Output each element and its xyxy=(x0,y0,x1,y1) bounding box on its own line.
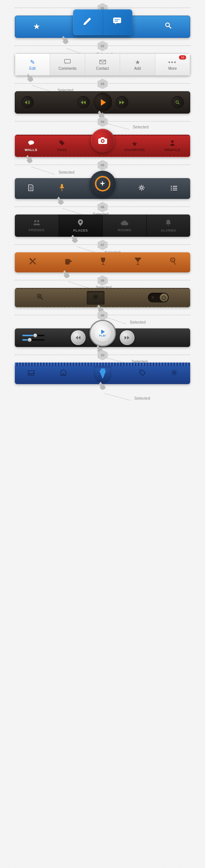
comments-tab[interactable]: Comments xyxy=(50,54,85,75)
svg-point-29 xyxy=(30,259,32,260)
document-icon[interactable] xyxy=(28,184,34,193)
tab-label: PLACES xyxy=(73,229,88,232)
red-leather-bar: WALLS TAGS ★ FAVORITES PROFILE xyxy=(15,135,190,157)
forward-button[interactable] xyxy=(120,330,135,345)
add-button[interactable]: + xyxy=(90,171,116,197)
lollipop-icon[interactable] xyxy=(169,258,176,267)
people-icon xyxy=(33,220,41,227)
svg-point-41 xyxy=(141,371,142,371)
rewind-button[interactable] xyxy=(77,96,90,109)
svg-line-1 xyxy=(169,26,171,28)
leather-bar: ★ xyxy=(15,288,190,307)
gear-icon[interactable] xyxy=(87,291,105,305)
pin-icon xyxy=(78,219,83,228)
section-badge: 09 xyxy=(97,310,108,321)
wood-bar xyxy=(15,252,190,272)
section-badge: 06 xyxy=(97,202,108,212)
badge-count: 10 xyxy=(179,55,186,59)
star-icon: ★ xyxy=(135,59,140,66)
star-icon: ★ xyxy=(151,295,155,300)
svg-rect-23 xyxy=(173,188,177,189)
dark-player-bar xyxy=(15,91,190,114)
favorites-tab[interactable]: ★ FAVORITES xyxy=(125,140,145,152)
selected-label: Selected xyxy=(134,396,150,400)
selected-popup xyxy=(73,9,132,35)
svg-point-19 xyxy=(140,187,143,189)
alarms-tab[interactable]: ALARMS xyxy=(147,214,191,237)
gear-icon[interactable] xyxy=(138,184,145,193)
list-icon[interactable] xyxy=(171,185,177,193)
svg-point-24 xyxy=(171,189,172,190)
slate-tab-bar: + xyxy=(15,178,190,199)
envelope-icon xyxy=(99,59,106,66)
toggle-switch[interactable]: ★ xyxy=(148,293,169,302)
svg-rect-21 xyxy=(173,186,177,187)
cocktail-icon[interactable] xyxy=(135,258,141,267)
walls-tab[interactable]: WALLS xyxy=(25,140,37,152)
gear-icon[interactable] xyxy=(171,369,178,378)
play-button[interactable] xyxy=(93,92,113,112)
tab-label: ALARMS xyxy=(161,229,176,232)
play-button[interactable]: PLAY xyxy=(89,320,116,347)
person-icon xyxy=(170,140,175,147)
pin-icon[interactable] xyxy=(59,184,65,193)
svg-point-15 xyxy=(102,140,103,142)
slider-1[interactable] xyxy=(22,335,44,336)
section-badge: 03 xyxy=(97,79,108,89)
section-badge: 05 xyxy=(97,160,108,170)
more-tab[interactable]: 10 ••• More xyxy=(155,54,190,75)
friends-tab[interactable]: FRIENDS xyxy=(15,214,59,237)
svg-point-27 xyxy=(37,220,39,222)
svg-rect-5 xyxy=(65,59,70,63)
camera-button[interactable] xyxy=(91,129,115,153)
tab-label: PROFILE xyxy=(165,148,181,152)
tab-label: Comments xyxy=(59,66,76,71)
blue-tab-bar: ★ xyxy=(15,16,190,38)
search-icon[interactable] xyxy=(165,22,172,32)
pencil-icon: ✎ xyxy=(30,59,35,66)
svg-point-31 xyxy=(172,259,173,261)
edit-tab[interactable]: ✎ Edit xyxy=(15,54,50,75)
svg-point-42 xyxy=(173,371,175,374)
star-icon[interactable]: ★ xyxy=(33,22,40,32)
tab-label: ROOMS xyxy=(118,228,131,232)
search-button[interactable] xyxy=(171,96,184,109)
wine-glass-icon[interactable] xyxy=(100,258,106,267)
tag-icon[interactable] xyxy=(139,369,146,378)
utensils-icon[interactable] xyxy=(29,258,36,267)
mug-icon[interactable] xyxy=(65,258,72,267)
comment-icon xyxy=(64,59,71,66)
pencil-icon[interactable] xyxy=(83,16,92,28)
svg-line-8 xyxy=(178,103,179,104)
tab-label: WALLS xyxy=(25,148,37,152)
toggle-knob xyxy=(160,294,168,302)
tab-label: More xyxy=(168,66,177,71)
rooms-tab[interactable]: ROOMS xyxy=(103,214,147,237)
tab-label: TAGS xyxy=(57,148,67,152)
places-tab[interactable]: PLACES xyxy=(59,214,103,237)
tie-button[interactable] xyxy=(92,363,114,384)
add-tab[interactable]: ★ Add xyxy=(120,54,155,75)
svg-line-32 xyxy=(174,262,175,265)
tab-label: FRIENDS xyxy=(29,228,44,232)
slider-2[interactable] xyxy=(22,339,44,341)
forward-button[interactable] xyxy=(116,96,128,109)
svg-rect-25 xyxy=(173,190,177,190)
contact-tab[interactable]: Contact xyxy=(85,54,120,75)
building-icon[interactable] xyxy=(60,369,67,378)
volume-button[interactable] xyxy=(21,96,34,109)
dark-tabs-bar: FRIENDS PLACES ROOMS ALARMS xyxy=(15,214,190,237)
profile-tab[interactable]: PROFILE xyxy=(165,140,181,152)
bell-icon xyxy=(165,219,171,228)
inbox-icon[interactable] xyxy=(27,369,35,378)
section-badge: 08 xyxy=(97,275,108,286)
rewind-button[interactable] xyxy=(71,330,86,345)
cloud-icon xyxy=(120,220,129,227)
chat-icon[interactable] xyxy=(112,16,122,28)
zoom-in-icon[interactable] xyxy=(37,294,43,302)
tags-tab[interactable]: TAGS xyxy=(57,140,67,152)
section-badge: 07 xyxy=(97,240,108,250)
svg-point-11 xyxy=(171,140,174,143)
svg-rect-13 xyxy=(101,137,105,139)
svg-point-37 xyxy=(95,296,96,298)
